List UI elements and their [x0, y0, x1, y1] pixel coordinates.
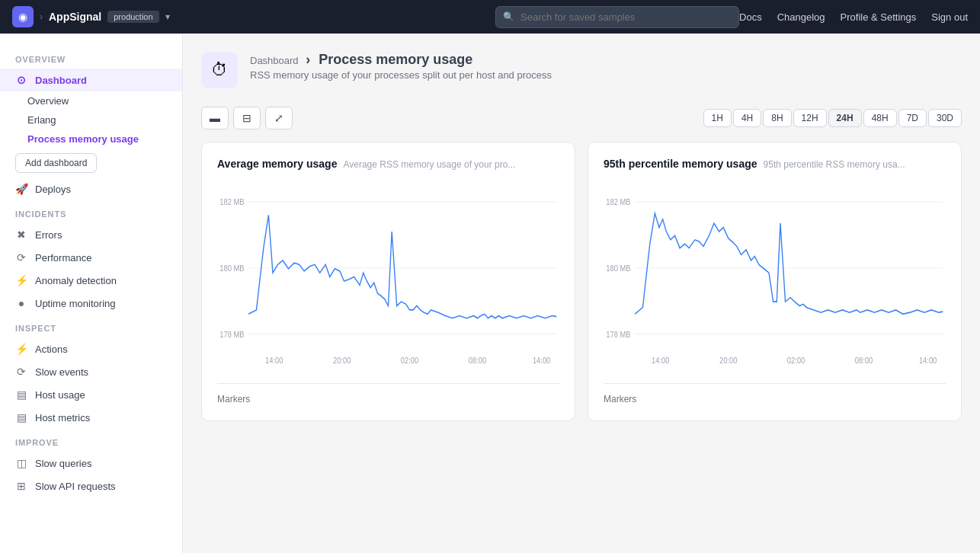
page-icon: ⏱ — [201, 52, 238, 88]
sidebar-item-label: Slow queries — [35, 458, 91, 469]
sidebar-item-slow-api[interactable]: ⊞ Slow API requests — [0, 475, 182, 497]
layout: OVERVIEW ⊙ Dashboard Overview Erlang Pro… — [0, 34, 980, 553]
chart-area-p95: 182 MB 180 MB 178 MB 14:00 20:00 02:00 0… — [604, 182, 946, 380]
section-label-incidents: INCIDENTS — [0, 200, 182, 223]
chart-title-avg: Average memory usage — [217, 158, 337, 170]
page-title-wrap: Dashboard › Process memory usage RSS mem… — [250, 52, 552, 81]
sidebar-item-performance[interactable]: ⟳ Performance — [0, 246, 182, 269]
time-4h[interactable]: 4H — [733, 109, 761, 127]
svg-text:182 MB: 182 MB — [606, 198, 630, 207]
breadcrumb-separator: › — [306, 52, 314, 67]
dashboard-icon: ⊙ — [15, 74, 27, 86]
sidebar-item-host-metrics[interactable]: ▤ Host metrics — [0, 406, 182, 429]
env-badge[interactable]: production — [107, 11, 159, 23]
chart-footer-avg: Markers — [217, 383, 559, 405]
sidebar-item-slow-events[interactable]: ⟳ Slow events — [0, 360, 182, 383]
chart-controls: ▬ ⊟ ⤢ 1H 4H 8H 12H 24H 48H 7D 30D — [201, 107, 962, 129]
chart-header-avg: Average memory usage Average RSS memory … — [217, 158, 559, 170]
section-label-improve: IMPROVE — [0, 429, 182, 452]
signout-link[interactable]: Sign out — [931, 11, 968, 23]
uptime-icon: ● — [15, 297, 27, 309]
sidebar-item-actions[interactable]: ⚡ Actions — [0, 337, 182, 360]
page-header: ⏱ Dashboard › Process memory usage RSS m… — [201, 52, 962, 88]
sidebar-item-label: Slow API requests — [35, 481, 116, 492]
sidebar-item-label: Deploys — [35, 184, 71, 195]
layout-single-btn[interactable]: ▬ — [201, 107, 229, 129]
sidebar-subitem-erlang[interactable]: Erlang — [0, 110, 182, 129]
svg-text:178 MB: 178 MB — [606, 330, 630, 339]
search-input[interactable] — [495, 6, 739, 28]
sidebar-item-label: Actions — [35, 344, 68, 355]
svg-text:02:00: 02:00 — [787, 356, 805, 366]
chart-grid: Average memory usage Average RSS memory … — [201, 142, 962, 421]
app-name: AppSignal — [49, 11, 101, 23]
chart-header-p95: 95th percentile memory usage 95th percen… — [604, 158, 946, 170]
sidebar-item-host-usage[interactable]: ▤ Host usage — [0, 383, 182, 406]
topnav-right: Docs Changelog Profile & Settings Sign o… — [739, 11, 968, 23]
chart-footer-p95: Markers — [604, 383, 946, 405]
time-12h[interactable]: 12H — [793, 109, 827, 127]
page-subtitle: RSS memory usage of your processes split… — [250, 69, 552, 81]
add-dashboard-button[interactable]: Add dashboard — [15, 153, 97, 173]
sidebar-item-label: Host metrics — [35, 412, 90, 424]
chart-area-avg: 182 MB 180 MB 178 MB 14:00 20:00 02:00 — [217, 182, 559, 380]
sidebar-item-label: Errors — [35, 229, 62, 241]
time-48h[interactable]: 48H — [863, 109, 897, 127]
layout-split-btn[interactable]: ⊟ — [233, 107, 261, 129]
search-icon: 🔍 — [503, 11, 514, 22]
svg-text:14:00: 14:00 — [652, 356, 670, 366]
sidebar-item-dashboard[interactable]: ⊙ Dashboard — [0, 69, 182, 91]
time-24h[interactable]: 24H — [828, 109, 862, 127]
sidebar-subitem-overview[interactable]: Overview — [0, 91, 182, 110]
slow-api-icon: ⊞ — [15, 480, 27, 492]
svg-text:180 MB: 180 MB — [606, 264, 630, 273]
breadcrumb-chevron: › — [40, 11, 43, 22]
anomaly-icon: ⚡ — [15, 274, 27, 286]
profile-settings-link[interactable]: Profile & Settings — [841, 11, 917, 23]
markers-label-avg: Markers — [217, 394, 250, 404]
svg-text:20:00: 20:00 — [719, 356, 738, 366]
svg-text:02:00: 02:00 — [401, 356, 419, 366]
chart-card-p95: 95th percentile memory usage 95th percen… — [588, 142, 962, 421]
sidebar-item-deploys[interactable]: 🚀 Deploys — [0, 177, 182, 200]
host-usage-icon: ▤ — [15, 388, 27, 401]
layout-buttons: ▬ ⊟ ⤢ — [201, 107, 293, 129]
sidebar-subitem-process-memory[interactable]: Process memory usage — [0, 129, 182, 149]
sidebar-item-anomaly[interactable]: ⚡ Anomaly detection — [0, 269, 182, 292]
sidebar: OVERVIEW ⊙ Dashboard Overview Erlang Pro… — [0, 34, 183, 553]
sidebar-item-label: Anomaly detection — [35, 275, 117, 286]
env-dropdown-icon[interactable]: ▾ — [165, 11, 170, 22]
svg-text:180 MB: 180 MB — [219, 264, 244, 273]
sidebar-item-label: Dashboard — [35, 75, 87, 86]
errors-icon: ✖ — [15, 229, 27, 241]
time-1h[interactable]: 1H — [703, 109, 732, 127]
chart-svg-avg: 182 MB 180 MB 178 MB 14:00 20:00 02:00 — [217, 182, 559, 380]
layout-fullscreen-btn[interactable]: ⤢ — [265, 107, 293, 129]
time-7d[interactable]: 7D — [898, 109, 927, 127]
sidebar-item-label: Slow events — [35, 366, 88, 378]
sidebar-item-label: Performance — [35, 252, 91, 264]
breadcrumb-link[interactable]: Dashboard — [250, 55, 299, 66]
time-8h[interactable]: 8H — [763, 109, 791, 127]
slow-queries-icon: ◫ — [15, 457, 27, 469]
sidebar-item-errors[interactable]: ✖ Errors — [0, 223, 182, 246]
topnav: ◉ › AppSignal production ▾ 🔍 Docs Change… — [0, 0, 980, 34]
changelog-link[interactable]: Changelog — [777, 11, 825, 23]
svg-text:08:00: 08:00 — [469, 356, 487, 366]
svg-text:08:00: 08:00 — [855, 356, 873, 366]
performance-icon: ⟳ — [15, 251, 27, 264]
svg-text:20:00: 20:00 — [333, 356, 351, 366]
chart-subtitle-avg: Average RSS memory usage of your pro... — [343, 159, 515, 170]
sidebar-item-label: Host usage — [35, 389, 85, 401]
chart-card-avg: Average memory usage Average RSS memory … — [201, 142, 575, 421]
page-title: Process memory usage — [319, 52, 472, 67]
docs-link[interactable]: Docs — [739, 11, 762, 23]
time-30d[interactable]: 30D — [928, 109, 962, 127]
slow-events-icon: ⟳ — [15, 366, 27, 378]
chart-svg-p95: 182 MB 180 MB 178 MB 14:00 20:00 02:00 0… — [604, 182, 946, 380]
svg-text:14:00: 14:00 — [533, 356, 551, 366]
sidebar-item-slow-queries[interactable]: ◫ Slow queries — [0, 452, 182, 475]
svg-text:14:00: 14:00 — [265, 356, 283, 366]
section-label-inspect: INSPECT — [0, 315, 182, 337]
sidebar-item-uptime[interactable]: ● Uptime monitoring — [0, 292, 182, 315]
